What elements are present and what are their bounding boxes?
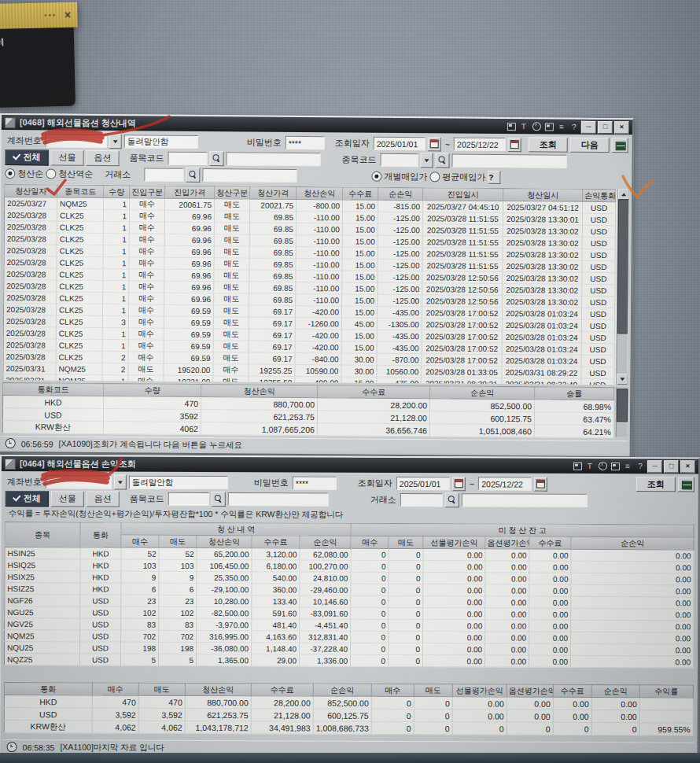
radio-individual-price[interactable]: 개별매입가 — [371, 171, 427, 183]
column-header: 통화코드 — [3, 383, 104, 396]
search-icon[interactable] — [209, 151, 223, 166]
cell: 2 — [102, 352, 128, 363]
date-from-input[interactable]: 2025/01/01 — [396, 477, 450, 490]
cell: 621,253.75 — [201, 410, 317, 423]
vertical-scrollbar[interactable] — [616, 189, 628, 385]
tab-all[interactable]: 전체 — [5, 149, 48, 165]
clock-icon[interactable] — [531, 121, 542, 131]
window-copy-icon[interactable] — [543, 121, 554, 131]
scrollbar-thumb[interactable] — [617, 199, 628, 334]
currency-summary-table: 통화코드수량청산손익수수료순손익승률 HKD470880,700.0028,20… — [2, 382, 614, 438]
tab-options[interactable]: 옵션 — [87, 491, 120, 507]
account-name-input[interactable]: 돌려말안함 — [129, 476, 228, 489]
tab-all[interactable]: 전체 — [6, 491, 49, 507]
cell: HSIZ25 — [5, 583, 80, 595]
text-tool-icon[interactable]: T — [518, 121, 529, 131]
account-name-input[interactable]: 돌려말안함 — [124, 135, 198, 149]
item-name-input[interactable] — [226, 152, 320, 166]
calendar-icon[interactable] — [534, 477, 547, 491]
search-icon[interactable] — [435, 153, 449, 168]
search-icon[interactable] — [445, 492, 459, 507]
exchange-name-input[interactable] — [462, 493, 588, 507]
close-button[interactable]: × — [614, 121, 629, 134]
exchange-input[interactable] — [400, 493, 443, 507]
cell: 2025/03/31 08:29:22 — [502, 367, 581, 379]
cell: 69.96 — [164, 245, 214, 257]
calendar-icon[interactable] — [452, 477, 466, 491]
cell: 69.17 — [249, 352, 295, 364]
panel-icon[interactable] — [572, 461, 583, 471]
table-row[interactable]: KRW환산4,0624,0621,043,178,71234,491,9831,… — [4, 721, 693, 735]
cell: USD — [2, 408, 103, 422]
tab-options[interactable]: 옵션 — [86, 149, 119, 165]
tab-futures[interactable]: 선물 — [51, 491, 84, 507]
symbol-name-input[interactable] — [451, 154, 566, 168]
symbol-dropdown-button[interactable] — [420, 153, 433, 168]
export-button[interactable] — [612, 138, 628, 153]
minimize-button[interactable]: ─ — [647, 460, 662, 473]
menu-dots-icon[interactable]: ··· — [44, 11, 57, 19]
list-icon[interactable]: ≡ — [556, 122, 567, 132]
item-code-input[interactable] — [168, 152, 207, 165]
date-to-input[interactable]: 2025/12/22 — [478, 477, 532, 490]
table-row[interactable]: NQZ25USD551,365.0029.001,336.00000.000.0… — [4, 654, 693, 668]
maximize-button[interactable]: □ — [664, 460, 679, 473]
date-from-input[interactable]: 2025/01/01 — [374, 137, 426, 151]
radio-cleared-reverse[interactable]: 청산역순 — [46, 168, 93, 179]
radio-cleared-order[interactable]: 청산순 — [5, 168, 43, 179]
list-icon[interactable]: ≡ — [622, 461, 633, 471]
cell: HKD — [3, 396, 104, 409]
cell: USD — [581, 355, 614, 367]
pnl-table-area: 종목 통화 청 산 내 역 미 청 산 잔 고 매수매도청산손익수수료순손익매수… — [4, 522, 695, 678]
cell: 19520.00 — [164, 363, 213, 375]
item-name-input[interactable] — [228, 492, 329, 506]
exchange-name-input[interactable] — [202, 168, 297, 182]
password-input[interactable]: **** — [293, 476, 337, 489]
account-dropdown-button[interactable] — [109, 134, 122, 149]
cell: 2025/03/28 13:30:02 — [503, 284, 582, 297]
help-button[interactable]: ? — [488, 171, 500, 184]
taskbar[interactable] — [0, 753, 700, 763]
cell: 0 — [351, 619, 389, 631]
search-icon[interactable] — [212, 492, 226, 507]
symbol-code-input[interactable] — [380, 153, 418, 167]
password-input[interactable]: **** — [286, 136, 325, 149]
calendar-icon[interactable] — [508, 138, 521, 152]
account-input[interactable] — [46, 475, 112, 488]
tab-futures[interactable]: 선물 — [50, 149, 83, 165]
cell: 600,125.75 — [313, 709, 371, 721]
export-button[interactable] — [678, 477, 694, 492]
window-copy-icon[interactable] — [610, 461, 621, 471]
account-input[interactable] — [46, 134, 107, 148]
search-button[interactable]: 조회 — [636, 477, 676, 492]
text-tool-icon[interactable]: T — [584, 461, 595, 471]
next-button[interactable]: 다음 — [570, 138, 610, 153]
help-icon[interactable]: ? — [569, 122, 580, 132]
sticky-note-body[interactable]: 내 — [0, 28, 76, 108]
scroll-down-icon[interactable] — [617, 374, 628, 385]
close-icon[interactable]: × — [64, 9, 72, 21]
vertical-scrollbar[interactable] — [616, 387, 627, 437]
cell: 매도 — [213, 317, 249, 329]
clock-icon[interactable] — [597, 461, 608, 471]
account-dropdown-button[interactable] — [114, 475, 127, 490]
search-button[interactable]: 조회 — [529, 137, 568, 152]
close-button[interactable]: × — [680, 460, 695, 473]
scrollbar-thumb[interactable] — [617, 389, 628, 422]
radio-average-price[interactable]: 평균매입가 — [429, 171, 485, 183]
exchange-input[interactable] — [144, 168, 183, 181]
calendar-icon[interactable] — [428, 137, 441, 151]
maximize-button[interactable]: □ — [598, 120, 613, 133]
cell: NGF26 — [5, 595, 80, 606]
cell: 2025/03/28 11:51:55 — [422, 236, 503, 249]
column-header: 매수 — [371, 684, 414, 696]
date-to-input[interactable]: 2025/12/22 — [454, 138, 506, 152]
scroll-up-icon[interactable] — [618, 189, 628, 200]
date-label: 조회일자 — [333, 137, 371, 149]
column-header: 수수료 — [343, 187, 378, 200]
panel-icon[interactable] — [506, 121, 517, 131]
help-icon[interactable]: ? — [635, 461, 646, 471]
minimize-button[interactable]: ─ — [581, 120, 596, 133]
search-icon[interactable] — [186, 168, 200, 182]
item-code-input[interactable] — [168, 492, 209, 506]
